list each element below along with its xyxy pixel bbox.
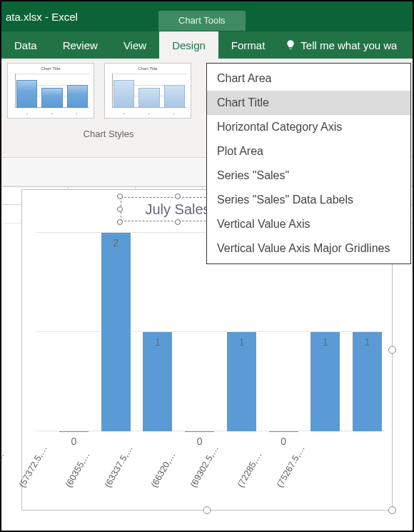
bar[interactable]: 2 [100,233,132,431]
ribbon-tabs: Data Review View Design Format Tell me w… [1,31,413,59]
x-axis-labels: (54390,…(57372.5,…(60355,…(63337.5,…(663… [58,434,383,506]
dd-series-sales-data-labels[interactable]: Series "Sales" Data Labels [207,188,410,212]
dd-horizontal-category-axis[interactable]: Horizontal Category Axis [207,115,410,139]
lightbulb-icon [285,39,296,51]
chart-element-dropdown[interactable]: Chart Area Chart Title Horizontal Catego… [206,63,411,264]
data-label: 1 [365,336,370,348]
tab-view[interactable]: View [111,31,159,59]
chart-resize-handle-corner[interactable] [388,506,396,514]
chart-resize-handle-right[interactable] [388,346,396,354]
bar[interactable]: 0 [58,233,90,431]
bar[interactable]: 1 [142,233,174,431]
data-label: 1 [155,336,161,348]
dd-plot-area[interactable]: Plot Area [207,139,410,164]
tab-design[interactable]: Design [159,31,218,59]
title-handle[interactable] [175,194,181,199]
title-handle[interactable] [117,206,123,212]
chart-resize-handle-bottom[interactable] [203,506,211,514]
ribbon-group-label: Chart Styles [7,129,210,139]
app-window: ata.xlsx - Excel Chart Tools Data Review… [0,0,414,532]
dd-series-sales[interactable]: Series "Sales" [207,164,410,188]
data-label: 1 [238,336,244,348]
tell-me-label: Tell me what you wa [301,39,397,51]
tab-review[interactable]: Review [50,31,111,59]
title-handle[interactable] [175,219,181,225]
data-label: 2 [113,237,118,249]
title-handle[interactable] [117,219,123,225]
chart-style-thumb-1[interactable]: Chart Title ▪▪▪ [7,63,94,119]
tell-me-search[interactable]: Tell me what you wa [278,31,397,59]
contextual-tab-chart-tools: Chart Tools [158,11,246,31]
data-label: 1 [323,336,328,348]
tab-data[interactable]: Data [1,31,50,59]
dd-chart-title[interactable]: Chart Title [207,91,410,115]
dd-chart-area[interactable]: Chart Area [207,66,410,91]
title-handle[interactable] [117,194,123,199]
dd-vertical-value-axis-gridlines[interactable]: Vertical Value Axis Major Gridlines [207,236,410,261]
tab-format[interactable]: Format [218,31,278,59]
dd-vertical-value-axis[interactable]: Vertical Value Axis [207,212,410,236]
titlebar: ata.xlsx - Excel Chart Tools [1,1,413,31]
window-title: ata.xlsx - Excel [1,11,158,23]
chart-style-thumb-2[interactable]: Chart Title ▪▪▪ [104,63,191,119]
